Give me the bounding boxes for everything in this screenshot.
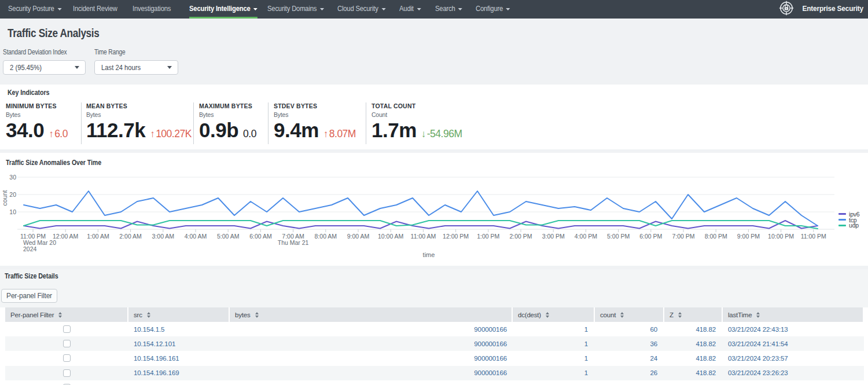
cell-dc-dest: 1: [513, 351, 595, 365]
x-tick-label: 11:00 PM: [801, 233, 826, 240]
y-tick-label: 10: [9, 208, 16, 215]
legend-item-udp[interactable]: udp: [838, 222, 859, 228]
cell-value[interactable]: 10.154.1.5: [134, 326, 164, 333]
x-tick-label: 9:00 AM: [347, 233, 370, 240]
column-header-lasttime[interactable]: lastTime: [723, 307, 863, 322]
cell-value[interactable]: 900000166: [474, 355, 507, 362]
cell-value[interactable]: 1: [584, 326, 588, 333]
kpi-separator: [268, 102, 269, 144]
key-indicators-title: Key Indicators: [8, 89, 49, 97]
column-header-label: lastTime: [728, 311, 752, 318]
sort-up-arrow-icon: [546, 312, 549, 314]
cell-value[interactable]: 1: [584, 369, 588, 376]
cell-count: 36: [595, 336, 664, 351]
nav-item-incident-review[interactable]: Incident Review: [73, 0, 117, 19]
cell-value[interactable]: 36: [650, 340, 657, 347]
sort-down-arrow-icon: [620, 316, 624, 318]
cell-bytes: 900000166: [230, 336, 513, 351]
row-checkbox[interactable]: [63, 340, 71, 347]
cell-value[interactable]: 03/21/2024 20:23:57: [728, 355, 788, 362]
column-header-z[interactable]: Z: [664, 307, 722, 322]
cell-value[interactable]: 26: [650, 369, 657, 376]
traffic-size-analysis-dashboard: Security PostureIncident ReviewInvestiga…: [0, 0, 868, 385]
nav-item-investigations[interactable]: Investigations: [133, 0, 171, 19]
sort-icon[interactable]: [255, 312, 259, 318]
nav-item-audit[interactable]: Audit: [399, 0, 421, 19]
row-checkbox[interactable]: [63, 354, 71, 362]
sort-icon[interactable]: [756, 312, 760, 318]
filter-standard-deviation-index: Standard Deviation Index 2 (95.45%): [3, 48, 78, 56]
cell-value[interactable]: 03/21/2024 22:43:13: [728, 326, 788, 333]
nav-item-security-domains[interactable]: Security Domains: [267, 0, 324, 19]
standard-deviation-index-dropdown[interactable]: 2 (95.45%): [3, 60, 86, 75]
cell-value[interactable]: 24: [650, 355, 657, 362]
column-header-count[interactable]: count: [595, 307, 663, 322]
legend-label: udp: [849, 222, 859, 229]
sort-down-arrow-icon: [546, 316, 549, 318]
sort-up-arrow-icon: [147, 312, 150, 314]
nav-item-label: Configure: [476, 5, 503, 13]
cell-value[interactable]: 10.154.196.161: [134, 355, 179, 362]
cell-value[interactable]: 1: [584, 340, 588, 347]
column-header-dc-dest[interactable]: dc(dest): [513, 307, 594, 322]
nav-item-security-posture[interactable]: Security Posture: [8, 0, 61, 19]
chevron-down-icon: [381, 8, 385, 10]
nav-item-configure[interactable]: Configure: [476, 0, 510, 19]
nav-item-cloud-security[interactable]: Cloud Security: [337, 0, 385, 19]
top-navbar: Security PostureIncident ReviewInvestiga…: [0, 0, 868, 19]
column-header-bytes[interactable]: bytes: [230, 307, 512, 322]
cell-value[interactable]: 60: [650, 326, 657, 333]
cell-value[interactable]: 10.154.12.101: [134, 340, 175, 347]
sort-icon[interactable]: [147, 312, 150, 318]
cell-value[interactable]: 418.82: [696, 340, 716, 347]
row-checkbox[interactable]: [63, 325, 71, 333]
time-range-dropdown[interactable]: Last 24 hours: [94, 60, 178, 75]
chevron-down-icon: [57, 8, 61, 10]
x-tick-label: 9:00 PM: [737, 233, 760, 240]
app-brand[interactable]: Enterprise Security: [788, 0, 863, 16]
cell-per-panel-filter: [5, 366, 128, 380]
details-table-header: Per-panel Filtersrcbytesdc(dest)countZla…: [5, 307, 864, 322]
nav-item-security-intelligence[interactable]: Security Intelligence: [189, 0, 258, 19]
cell-src: 10.154.196.161: [128, 351, 230, 365]
cell-src: 10.154.12.101: [128, 336, 230, 351]
cell-dc-dest: 1: [513, 322, 595, 336]
kpi-maximum-bytes: MAXIMUM BYTESBytes0.9b0.0: [199, 102, 252, 118]
cell-value[interactable]: 1: [584, 355, 588, 362]
sort-icon[interactable]: [546, 312, 549, 318]
column-header-label: Z: [670, 311, 674, 318]
cell-value[interactable]: 900000166: [474, 369, 507, 376]
table-row: 10.154.1.5900000166160418.8203/21/2024 2…: [5, 322, 864, 336]
cell-value[interactable]: 900000166: [474, 340, 507, 347]
row-checkbox[interactable]: [63, 369, 71, 377]
cell-value[interactable]: 418.82: [696, 369, 716, 376]
column-header-label: dc(dest): [518, 311, 541, 318]
cell-count: 26: [595, 366, 664, 380]
x-tick-label: 10:00 AM: [378, 233, 403, 240]
filter-label: Time Range: [94, 48, 125, 56]
legend-swatch-ipv6: [838, 213, 846, 215]
cell-bytes: 900000166: [230, 322, 513, 336]
cell-value[interactable]: 900000166: [474, 326, 507, 333]
arrow-up-icon: ↑: [323, 129, 328, 140]
chevron-down-icon: [320, 8, 324, 10]
column-header-src[interactable]: src: [128, 307, 229, 322]
kpi-unit: Bytes: [199, 111, 249, 118]
sort-icon[interactable]: [678, 312, 682, 318]
cell-per-panel-filter: [5, 380, 128, 385]
cell-value[interactable]: 03/21/2024 23:26:23: [728, 369, 788, 376]
cell-z: [664, 380, 723, 385]
column-header-per-panel-filter[interactable]: Per-panel Filter: [5, 307, 127, 322]
cell-lasttime: 03/21/2024 22:43:13: [723, 322, 864, 336]
sort-icon[interactable]: [58, 312, 62, 318]
cell-value[interactable]: 03/21/2024 21:41:54: [728, 340, 788, 347]
sort-icon[interactable]: [620, 312, 624, 318]
nav-item-search[interactable]: Search: [435, 0, 462, 19]
cell-src: 10.154.1.5: [128, 322, 230, 336]
cell-value[interactable]: 418.82: [696, 355, 716, 362]
cell-value[interactable]: 418.82: [696, 326, 716, 333]
legend-swatch-udp: [838, 225, 846, 226]
anomalies-line-chart[interactable]: 10203011:00 PMWed Mar 20202412:00 AM1:00…: [0, 153, 868, 266]
per-panel-filter-button[interactable]: Per-panel Filter: [1, 289, 57, 303]
cell-value[interactable]: 10.154.196.169: [134, 369, 179, 376]
